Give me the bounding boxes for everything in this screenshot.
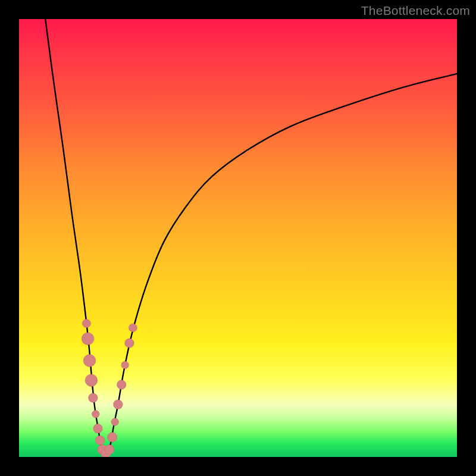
- data-marker: [85, 374, 98, 387]
- bottleneck-curve: [45, 19, 457, 455]
- data-marker: [93, 424, 102, 433]
- chart-svg: [19, 19, 457, 457]
- data-markers: [82, 320, 137, 457]
- attribution-text: TheBottleneck.com: [361, 4, 470, 18]
- data-marker: [89, 393, 98, 402]
- chart-frame: TheBottleneck.com: [0, 0, 476, 476]
- data-marker: [105, 444, 114, 454]
- curve-path: [45, 19, 457, 455]
- data-marker: [82, 320, 90, 328]
- plot-area: [19, 19, 457, 457]
- data-marker: [83, 355, 96, 367]
- data-marker: [95, 436, 104, 444]
- data-marker: [117, 380, 126, 389]
- data-marker: [114, 400, 123, 409]
- data-marker: [92, 411, 100, 418]
- data-marker: [121, 361, 129, 369]
- data-marker: [129, 324, 137, 332]
- data-marker: [108, 433, 117, 442]
- data-marker: [111, 418, 119, 426]
- data-marker: [125, 339, 134, 347]
- data-marker: [82, 333, 94, 345]
